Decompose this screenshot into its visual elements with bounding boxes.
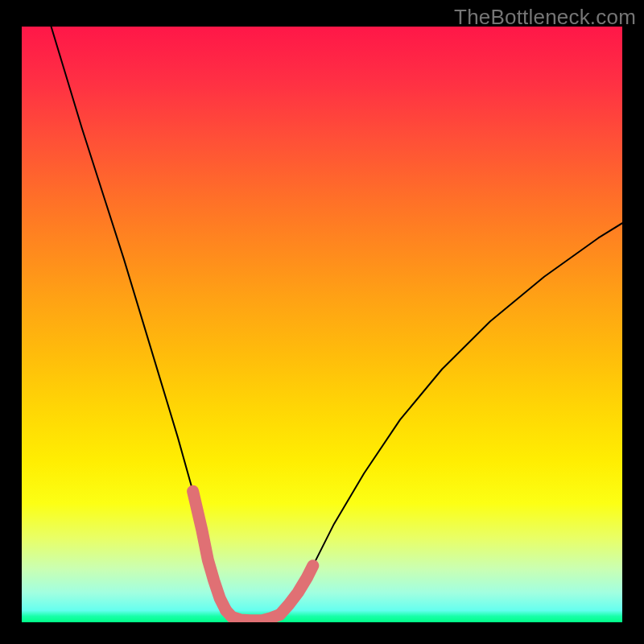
highlight-left-segment <box>193 491 226 610</box>
chart-stage: TheBottleneck.com <box>0 0 644 644</box>
plot-area <box>22 27 622 622</box>
watermark-text: TheBottleneck.com <box>454 5 636 30</box>
highlight-group <box>193 491 313 621</box>
highlight-floor-segment <box>226 610 280 621</box>
curve-overlay <box>22 27 622 622</box>
main-curve-path <box>52 27 622 620</box>
highlight-right-segment <box>280 566 313 615</box>
